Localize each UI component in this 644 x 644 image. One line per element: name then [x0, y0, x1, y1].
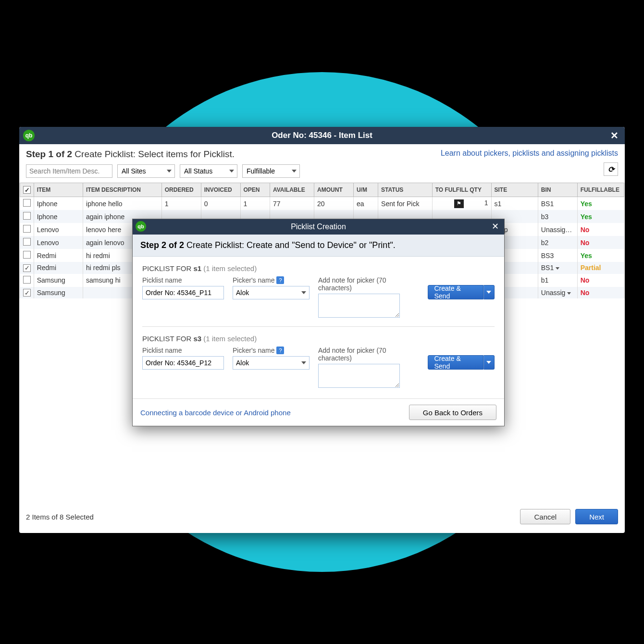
help-icon[interactable]: ? [276, 347, 284, 354]
step-text: Step 1 of 2 Create Picklist: Select item… [26, 149, 235, 160]
cell: Samsung [34, 274, 83, 287]
fulfill-status: Yes [581, 252, 592, 260]
col-header: ITEM DESCRIPTION [83, 183, 162, 197]
picklist-group: PICKLIST FOR s3 (1 item selected) Pickli… [142, 334, 495, 388]
cell: 77 [270, 197, 314, 211]
picklist-name-label: Picklist name [142, 347, 224, 354]
filter-row: All Sites All Status Fulfillable ⟳ [19, 162, 625, 183]
picklist-name-input[interactable] [142, 356, 224, 370]
selection-status: 2 Items of 8 Selected [26, 513, 94, 521]
modal-title: Picklist Creation [291, 223, 346, 231]
cell: b1 [538, 274, 577, 287]
cell: iphone hello [83, 197, 162, 211]
modal-titlebar: qb Picklist Creation ✕ [133, 219, 504, 235]
cell: b3 [538, 210, 577, 223]
row-checkbox[interactable] [23, 212, 31, 220]
step-desc: Create Picklist: Select items for Pickli… [72, 149, 235, 159]
next-button[interactable]: Next [575, 509, 618, 524]
window-close-button[interactable]: ✕ [608, 130, 620, 141]
picker-name-label: Picker's name? [233, 347, 310, 354]
caret-icon [167, 170, 172, 173]
cell: No [577, 287, 624, 299]
cell: Partial [577, 262, 624, 274]
cell: Iphone [34, 197, 83, 211]
fulfill-status: Yes [581, 200, 592, 208]
col-header: INVOICED [201, 183, 240, 197]
help-icon[interactable]: ? [276, 276, 284, 284]
refresh-button[interactable]: ⟳ [604, 162, 618, 176]
cell: b2 [538, 236, 577, 249]
create-send-button[interactable]: Create & Send [428, 355, 495, 370]
modal-close-button[interactable]: ✕ [490, 221, 500, 232]
row-checkbox[interactable] [23, 276, 31, 284]
col-header: SITE [491, 183, 538, 197]
col-header: FULFILLABLE [577, 183, 624, 197]
create-send-button[interactable]: Create & Send [428, 285, 495, 299]
cell [20, 236, 34, 249]
sites-value: All Sites [122, 167, 146, 175]
row-checkbox[interactable]: ✓ [23, 264, 31, 272]
note-input[interactable] [318, 364, 400, 388]
create-send-dropdown[interactable] [483, 285, 495, 299]
row-checkbox[interactable] [23, 238, 31, 246]
create-send-dropdown[interactable] [483, 355, 495, 370]
row-checkbox[interactable] [23, 225, 31, 233]
caret-icon [229, 170, 234, 173]
caret-icon[interactable] [556, 267, 559, 270]
col-header: ORDERED [161, 183, 201, 197]
note-input[interactable] [318, 294, 400, 318]
go-back-button[interactable]: Go Back to Orders [409, 405, 496, 420]
picker-name-dropdown[interactable]: Alok [233, 356, 310, 370]
col-header: OPEN [240, 183, 270, 197]
picklist-title: PICKLIST FOR s1 (1 item selected) [142, 264, 495, 272]
cancel-button[interactable]: Cancel [520, 509, 570, 524]
search-input[interactable] [26, 164, 112, 178]
fulfillable-value: Fulfillable [247, 167, 275, 175]
note-label: Add note for picker (70 characters) [318, 276, 419, 292]
fulfill-status: No [581, 289, 590, 297]
caret-icon[interactable] [567, 292, 571, 295]
note-label: Add note for picker (70 characters) [318, 347, 419, 362]
connect-device-link[interactable]: Connecting a barcode device or Android p… [140, 409, 291, 417]
cell: Yes [577, 197, 624, 211]
cell: 1 [240, 197, 270, 211]
cell [20, 210, 34, 223]
learn-link[interactable]: Learn about pickers, picklists and assig… [441, 149, 618, 158]
cell: Lenovo [34, 236, 83, 249]
cell: Redmi [34, 249, 83, 262]
cell: Lenovo [34, 223, 83, 236]
status-dropdown[interactable]: All Status [180, 164, 237, 178]
cell: BS3 [538, 249, 577, 262]
cell: BS1 [538, 262, 577, 274]
cell [20, 249, 34, 262]
fulfill-status: No [581, 276, 590, 284]
row-checkbox[interactable] [23, 251, 31, 259]
fulfillable-dropdown[interactable]: Fulfillable [242, 164, 300, 178]
status-value: All Status [184, 167, 212, 175]
caret-icon [301, 291, 306, 294]
cell [20, 223, 34, 236]
cell: No [577, 223, 624, 236]
cell: Unassig [538, 287, 577, 299]
select-all-checkbox[interactable]: ✓ [23, 186, 31, 194]
cell: No [577, 274, 624, 287]
row-checkbox[interactable]: ✓ [23, 289, 31, 297]
col-header: U/M [353, 183, 378, 197]
sites-dropdown[interactable]: All Sites [117, 164, 175, 178]
table-row[interactable]: Iphoneiphone hello1017720eaSent for Pick… [20, 197, 624, 211]
cell: Yes [577, 210, 624, 223]
cell: s1 [491, 197, 538, 211]
cell [20, 274, 34, 287]
col-header: STATUS [378, 183, 433, 197]
cell: ea [353, 197, 378, 211]
picklist-name-input[interactable] [142, 286, 224, 299]
qb-logo-icon: qb [136, 221, 146, 232]
modal-step-rest: Create Picklist: Create and "Send to Dev… [184, 240, 396, 250]
picker-name-dropdown[interactable]: Alok [233, 286, 310, 299]
row-checkbox[interactable] [23, 199, 31, 207]
cell: BS1 [538, 197, 577, 211]
cell: 1 [161, 197, 201, 211]
cell: Yes [577, 249, 624, 262]
fulfill-status: No [581, 226, 590, 234]
divider [142, 326, 495, 327]
